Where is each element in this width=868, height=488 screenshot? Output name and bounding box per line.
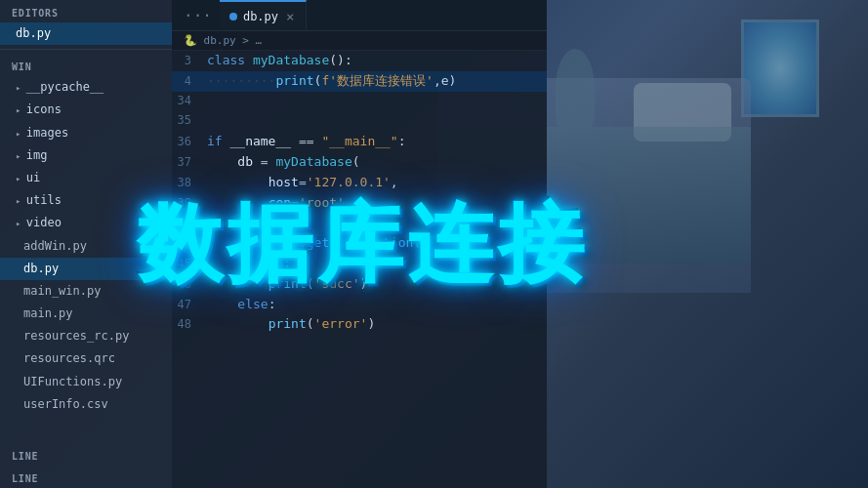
sidebar-item-resources-rc[interactable]: resources_rc.py xyxy=(0,325,172,347)
code-line-37: 37 db = myDatabase( xyxy=(172,152,547,173)
code-line-44: 44 con = db.get_connection() xyxy=(172,233,547,254)
code-editor[interactable]: 3 class myDatabase(): 4 ·········print(f… xyxy=(172,51,547,488)
sidebar-item-main[interactable]: main.py xyxy=(0,303,172,325)
code-line-40: 40 xyxy=(172,213,547,233)
sidebar-item-db-py-editors[interactable]: db.py xyxy=(0,22,172,45)
bottom-label-line-1: LINE xyxy=(0,443,172,466)
code-line-3: 3 class myDatabase(): xyxy=(172,51,547,71)
code-line-36: 36 if __name__ == "__main__": xyxy=(172,132,547,152)
sidebar-item-video[interactable]: video xyxy=(0,212,172,234)
bottom-label-line-2: LINE xyxy=(0,466,172,488)
room-person xyxy=(556,49,595,127)
sidebar-item-uifunctions[interactable]: UIFunctions.py xyxy=(0,371,172,393)
python-file-icon xyxy=(229,13,237,20)
breadcrumb: 🐍 db.py > … xyxy=(172,31,547,51)
sidebar-item-pycache[interactable]: __pycache__ xyxy=(0,76,172,99)
sidebar-item-icons[interactable]: icons xyxy=(0,99,172,121)
sidebar-item-images[interactable]: images xyxy=(0,122,172,144)
sidebar-item-ui[interactable]: ui xyxy=(0,167,172,189)
room-window xyxy=(741,20,819,117)
code-line-39: 39 con='root' xyxy=(172,193,547,214)
code-line-48: 48 print('error') xyxy=(172,314,547,335)
tab-filename: db.py xyxy=(243,10,278,23)
tab-bar: ··· db.py × xyxy=(172,0,547,31)
code-line-35: 35 xyxy=(172,111,547,132)
tab-close-icon[interactable]: × xyxy=(286,9,294,24)
sidebar-item-db[interactable]: db.py xyxy=(0,258,172,280)
tab-db-py[interactable]: db.py × xyxy=(220,0,308,30)
sidebar-item-addwin[interactable]: addWin.py xyxy=(0,235,172,258)
code-line-46: 46 print('succ') xyxy=(172,274,547,295)
tab-more-icon[interactable]: ··· xyxy=(176,6,220,24)
code-line-45: 45 if con: xyxy=(172,254,547,274)
editors-label: EDITORS xyxy=(0,0,172,22)
sidebar: EDITORS db.py WIN __pycache__ icons imag… xyxy=(0,0,172,488)
sidebar-item-userinfo[interactable]: userInfo.csv xyxy=(0,393,172,416)
sidebar-item-utils[interactable]: utils xyxy=(0,189,172,212)
sidebar-item-resources-qrc[interactable]: resources.qrc xyxy=(0,347,172,370)
editor-area: ··· db.py × 🐍 db.py > … 3 class myDataba… xyxy=(172,0,547,488)
sidebar-item-main-win[interactable]: main_win.py xyxy=(0,280,172,303)
ide-container: EDITORS db.py WIN __pycache__ icons imag… xyxy=(0,0,547,488)
sidebar-item-img[interactable]: img xyxy=(0,144,172,167)
win-label: WIN xyxy=(0,54,172,76)
sidebar-divider-1 xyxy=(0,49,172,50)
code-line-34: 34 xyxy=(172,92,547,112)
code-line-4: 4 ·········print(f'数据库连接错误',e) xyxy=(172,71,547,92)
code-line-47: 47 else: xyxy=(172,295,547,315)
code-line-38: 38 host='127.0.0.1', xyxy=(172,173,547,193)
